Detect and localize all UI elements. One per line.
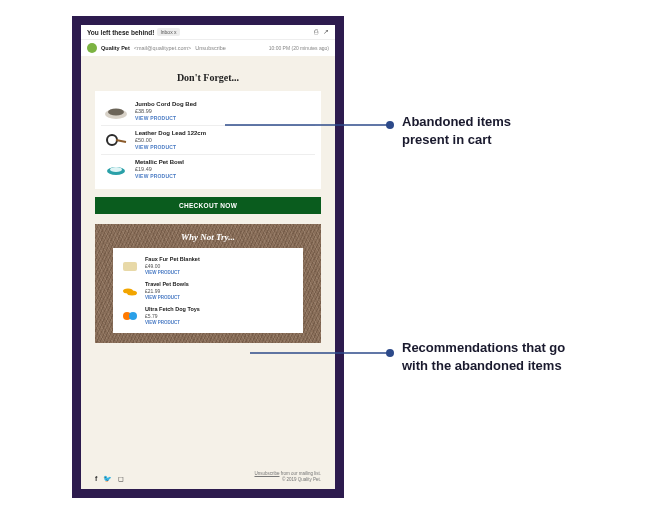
annotation-abandoned-items: Abandoned items present in cart (402, 113, 511, 148)
annotation-recommendations: Recommendations that go with the abandon… (402, 339, 565, 374)
item-name: Metallic Pet Bowl (135, 159, 184, 165)
rec-item: Ultra Fetch Dog Toys £5.79 VIEW PRODUCT (118, 303, 298, 328)
open-external-icon[interactable]: ↗ (323, 28, 329, 36)
svg-point-2 (107, 135, 117, 145)
email-footer: f 🐦 ◻ Unsubscribe from our mailing list.… (95, 465, 321, 483)
unsubscribe-link[interactable]: Unsubscribe (254, 471, 279, 476)
item-name: Leather Dog Lead 122cm (135, 130, 206, 136)
view-product-link[interactable]: VIEW PRODUCT (135, 115, 197, 121)
item-price: £19.49 (135, 166, 184, 172)
instagram-icon[interactable]: ◻ (118, 475, 124, 483)
checkout-button[interactable]: CHECKOUT NOW (95, 197, 321, 214)
header-actions: ⎙ ↗ (314, 28, 329, 36)
recommendations-card: Faux Fur Pet Blanket £49.00 VIEW PRODUCT… (113, 248, 303, 333)
item-price: £50.00 (135, 137, 206, 143)
annotation-text: Abandoned items (402, 113, 511, 131)
item-price: £38.99 (135, 108, 197, 114)
inbox-tag: Inbox x (157, 28, 179, 36)
abandoned-items-card: Jumbo Cord Dog Bed £38.99 VIEW PRODUCT L… (95, 91, 321, 189)
email-header-bar: You left these behind! Inbox x ⎙ ↗ (81, 25, 335, 40)
item-name: Ultra Fetch Dog Toys (145, 306, 200, 312)
pet-bowl-image (103, 159, 129, 179)
annotation-text: present in cart (402, 131, 511, 149)
view-product-link[interactable]: VIEW PRODUCT (145, 295, 189, 300)
sender-email: <mail@qualitypet.com> (134, 45, 192, 51)
twitter-icon[interactable]: 🐦 (103, 475, 112, 483)
email-client-window: You left these behind! Inbox x ⎙ ↗ Quali… (81, 25, 335, 489)
dog-toys-image (120, 308, 140, 324)
svg-point-7 (127, 290, 137, 295)
print-icon[interactable]: ⎙ (314, 28, 318, 36)
email-subject: You left these behind! Inbox x (87, 28, 180, 36)
social-icons: f 🐦 ◻ (95, 475, 124, 483)
dog-lead-image (103, 130, 129, 150)
view-product-link[interactable]: VIEW PRODUCT (135, 173, 184, 179)
blanket-image (120, 258, 140, 274)
sender-row: Quality Pet <mail@qualitypet.com> Unsubs… (81, 40, 335, 56)
item-name: Faux Fur Pet Blanket (145, 256, 200, 262)
svg-point-13 (386, 349, 394, 357)
svg-point-4 (110, 167, 122, 172)
annotation-text: Recommendations that go (402, 339, 565, 357)
sender-avatar (87, 43, 97, 53)
email-body: Don't Forget... Jumbo Cord Dog Bed £38.9… (81, 56, 335, 489)
sender-name: Quality Pet (101, 45, 130, 51)
footer-legal: Unsubscribe from our mailing list. © 201… (254, 471, 321, 483)
item-price: £5.79 (145, 313, 200, 319)
subject-text: You left these behind! (87, 29, 154, 36)
dog-bed-image (103, 101, 129, 121)
item-price: £21.99 (145, 288, 189, 294)
travel-bowls-image (120, 283, 140, 299)
item-name: Jumbo Cord Dog Bed (135, 101, 197, 107)
copyright-text: © 2019 Quality Pet. (254, 477, 321, 483)
cart-item: Leather Dog Lead 122cm £50.00 VIEW PRODU… (101, 126, 315, 155)
svg-point-1 (108, 109, 124, 116)
facebook-icon[interactable]: f (95, 475, 97, 483)
unsubscribe-inline[interactable]: Unsubscribe (195, 45, 226, 51)
item-name: Travel Pet Bowls (145, 281, 189, 287)
email-timestamp: 10:00 PM (20 minutes ago) (269, 45, 329, 51)
recommendations-section: Why Not Try... Faux Fur Pet Blanket £49.… (95, 224, 321, 343)
svg-point-11 (386, 121, 394, 129)
cart-item: Jumbo Cord Dog Bed £38.99 VIEW PRODUCT (101, 97, 315, 126)
view-product-link[interactable]: VIEW PRODUCT (145, 270, 200, 275)
rec-item: Travel Pet Bowls £21.99 VIEW PRODUCT (118, 278, 298, 303)
rec-item: Faux Fur Pet Blanket £49.00 VIEW PRODUCT (118, 253, 298, 278)
device-frame: You left these behind! Inbox x ⎙ ↗ Quali… (72, 16, 344, 498)
dont-forget-title: Don't Forget... (95, 72, 321, 83)
cart-item: Metallic Pet Bowl £19.49 VIEW PRODUCT (101, 155, 315, 183)
why-not-try-title: Why Not Try... (113, 232, 303, 242)
svg-rect-5 (123, 262, 137, 271)
unsubscribe-suffix: from our mailing list. (279, 471, 321, 476)
svg-point-9 (129, 312, 137, 320)
view-product-link[interactable]: VIEW PRODUCT (145, 320, 200, 325)
item-price: £49.00 (145, 263, 200, 269)
view-product-link[interactable]: VIEW PRODUCT (135, 144, 206, 150)
annotation-text: with the abandoned items (402, 357, 565, 375)
